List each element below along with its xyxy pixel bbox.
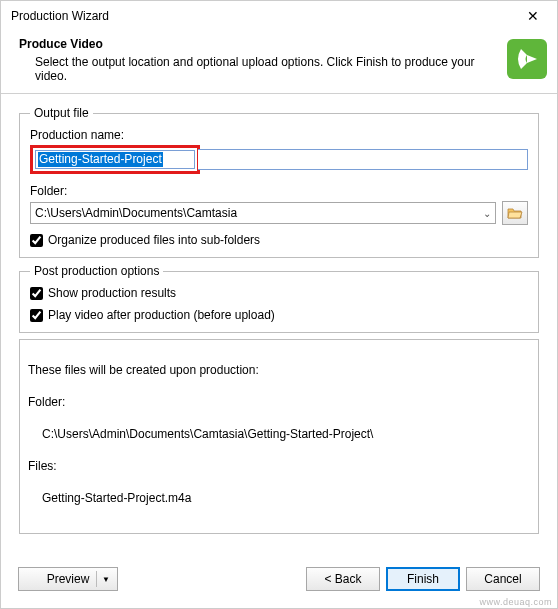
browse-folder-button[interactable] [502,201,528,225]
show-results-label: Show production results [48,286,176,300]
wizard-header: Produce Video Select the output location… [1,31,557,94]
caret-down-icon: ▼ [102,575,110,584]
summary-line-3: C:\Users\Admin\Documents\Camtasia\Gettin… [28,426,530,442]
play-video-label: Play video after production (before uplo… [48,308,275,322]
organize-checkbox[interactable] [30,234,43,247]
folder-value: C:\Users\Admin\Documents\Camtasia [35,206,237,220]
production-name-value: Getting-Started-Project [38,152,163,167]
production-name-row: Getting-Started-Project [30,145,528,174]
show-results-row[interactable]: Show production results [30,286,528,300]
close-button[interactable]: ✕ [513,2,553,30]
production-name-input[interactable]: Getting-Started-Project [35,150,195,169]
watermark-text: www.deuaq.com [479,597,552,607]
back-button[interactable]: < Back [306,567,380,591]
page-title: Produce Video [19,37,499,51]
post-production-legend: Post production options [30,264,163,278]
app-logo-icon [507,39,547,79]
cancel-button[interactable]: Cancel [466,567,540,591]
folder-label: Folder: [30,184,528,198]
organize-checkbox-row[interactable]: Organize produced files into sub-folders [30,233,528,247]
production-name-input-extension[interactable] [198,149,528,170]
summary-line-4: Files: [28,459,57,473]
production-summary-box: These files will be created upon product… [19,339,539,534]
play-video-row[interactable]: Play video after production (before uplo… [30,308,528,322]
preview-separator [96,571,97,587]
folder-open-icon [507,206,523,220]
post-production-group: Post production options Show production … [19,264,539,333]
window-title: Production Wizard [11,9,109,23]
summary-line-2: Folder: [28,395,65,409]
summary-line-1: These files will be created upon product… [28,363,259,377]
button-bar: Preview ▼ < Back Finish Cancel [0,567,558,591]
titlebar: Production Wizard ✕ [1,1,557,31]
show-results-checkbox[interactable] [30,287,43,300]
organize-label: Organize produced files into sub-folders [48,233,260,247]
preview-label: Preview [47,572,90,586]
production-name-label: Production name: [30,128,528,142]
output-file-legend: Output file [30,106,93,120]
folder-select[interactable]: C:\Users\Admin\Documents\Camtasia ⌄ [30,202,496,224]
output-file-group: Output file Production name: Getting-Sta… [19,106,539,258]
close-icon: ✕ [527,8,539,24]
page-subtitle: Select the output location and optional … [35,55,499,83]
production-name-highlight: Getting-Started-Project [30,145,200,174]
preview-button[interactable]: Preview ▼ [18,567,118,591]
finish-button[interactable]: Finish [386,567,460,591]
play-video-checkbox[interactable] [30,309,43,322]
summary-line-5: Getting-Started-Project.m4a [28,490,530,506]
chevron-down-icon: ⌄ [483,208,491,219]
